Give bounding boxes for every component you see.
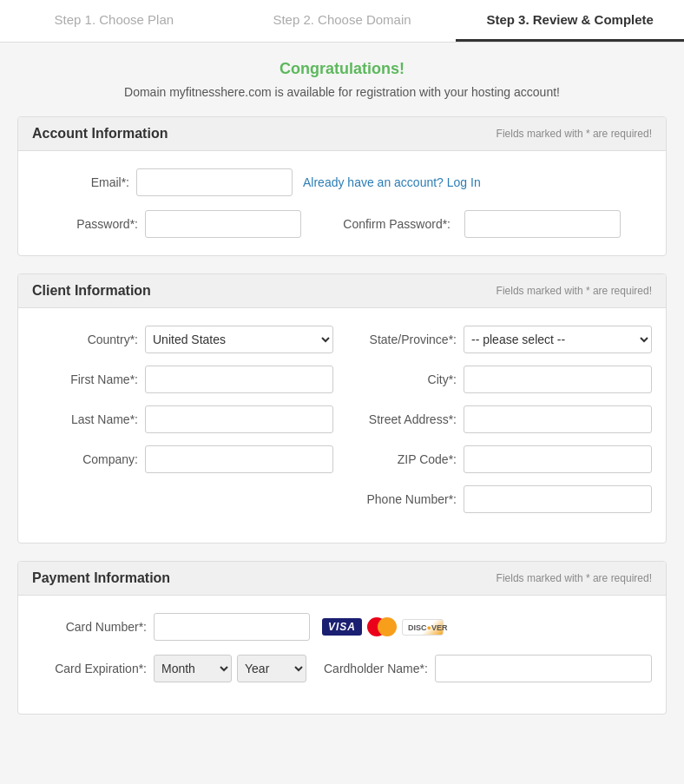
city-label: City*: <box>351 372 464 386</box>
steps-header: Step 1. Choose Plan Step 2. Choose Domai… <box>0 0 684 43</box>
step-2-label: Step 2. Choose Domain <box>273 12 411 27</box>
street-row: Street Address*: <box>351 405 652 433</box>
client-col-left: Country*: United States Canada United Ki… <box>32 326 342 525</box>
payment-section-header: Payment Information Fields marked with *… <box>18 562 666 596</box>
payment-section: Payment Information Fields marked with *… <box>17 561 667 715</box>
card-number-label: Card Number*: <box>32 620 154 634</box>
step-3[interactable]: Step 3. Review & Complete <box>456 0 684 42</box>
password-row: Password*: Confirm Password*: <box>32 210 652 238</box>
mastercard-icon <box>367 617 397 636</box>
zip-input[interactable] <box>464 445 652 473</box>
country-label: Country*: <box>32 333 145 346</box>
payment-required-note: Fields marked with * are required! <box>497 572 652 584</box>
step-1-label: Step 1. Choose Plan <box>55 12 174 27</box>
confirm-password-group: Confirm Password*: <box>319 210 621 238</box>
confirm-password-label: Confirm Password*: <box>319 217 457 231</box>
card-expiration-row: Card Expiration*: Month 01 - January 02 … <box>32 655 652 682</box>
step-2[interactable]: Step 2. Choose Domain <box>228 0 457 42</box>
card-icons: VISA DISC●VER <box>322 617 444 636</box>
visa-icon: VISA <box>322 618 362 636</box>
card-expiration-label: Card Expiration*: <box>32 662 154 675</box>
zip-row: ZIP Code*: <box>351 445 652 473</box>
account-section-body: Email*: Already have an account? Log In … <box>18 151 666 255</box>
year-select[interactable]: Year 2024 2025 2026 2027 2028 2029 <box>237 655 306 682</box>
cardholder-input[interactable] <box>435 655 652 682</box>
city-input[interactable] <box>464 366 652 393</box>
lastname-label: Last Name*: <box>32 412 145 426</box>
lastname-input[interactable] <box>145 405 333 433</box>
client-section: Client Information Fields marked with * … <box>17 273 667 544</box>
street-input[interactable] <box>464 405 652 433</box>
state-select[interactable]: -- please select -- Alabama Alaska Arizo… <box>464 326 652 353</box>
step-3-label: Step 3. Review & Complete <box>486 12 654 27</box>
phone-row: Phone Number*: <box>351 485 652 513</box>
congrats-text: Domain myfitnesshere.com is available fo… <box>17 85 667 99</box>
company-input[interactable] <box>145 445 333 473</box>
password-group: Password*: <box>32 210 301 238</box>
step-1[interactable]: Step 1. Choose Plan <box>0 0 228 42</box>
confirm-password-input[interactable] <box>464 210 621 238</box>
firstname-row: First Name*: <box>32 366 333 393</box>
street-label: Street Address*: <box>351 412 464 426</box>
email-row: Email*: Already have an account? Log In <box>32 168 652 196</box>
lastname-row: Last Name*: <box>32 405 333 433</box>
account-required-note: Fields marked with * are required! <box>497 128 652 140</box>
password-input[interactable] <box>145 210 301 238</box>
congrats-section: Congratulations! Domain myfitnesshere.co… <box>17 60 667 99</box>
discover-icon: DISC●VER <box>402 619 444 636</box>
city-row: City*: <box>351 366 652 393</box>
password-label: Password*: <box>32 217 145 231</box>
state-row: State/Province*: -- please select -- Ala… <box>351 326 652 353</box>
account-section: Account Information Fields marked with *… <box>17 116 667 256</box>
zip-label: ZIP Code*: <box>351 452 464 466</box>
account-section-title: Account Information <box>32 126 168 142</box>
account-section-header: Account Information Fields marked with *… <box>18 117 666 151</box>
mc-circle-right <box>378 617 397 636</box>
payment-section-body: Card Number*: VISA DISC●VER Card Expirat… <box>18 596 666 714</box>
login-link[interactable]: Already have an account? Log In <box>303 175 481 189</box>
client-col-right: State/Province*: -- please select -- Ala… <box>342 326 652 525</box>
firstname-input[interactable] <box>145 366 333 393</box>
country-select[interactable]: United States Canada United Kingdom Aust… <box>145 326 333 353</box>
phone-label: Phone Number*: <box>351 492 464 506</box>
client-section-body: Country*: United States Canada United Ki… <box>18 308 666 543</box>
client-form-grid: Country*: United States Canada United Ki… <box>32 326 652 525</box>
firstname-label: First Name*: <box>32 372 145 386</box>
email-label: Email*: <box>32 175 136 189</box>
card-number-input[interactable] <box>154 613 310 641</box>
email-input[interactable] <box>136 168 293 196</box>
client-required-note: Fields marked with * are required! <box>497 285 652 297</box>
card-number-row: Card Number*: VISA DISC●VER <box>32 613 652 641</box>
company-label: Company: <box>32 452 145 466</box>
client-section-header: Client Information Fields marked with * … <box>18 274 666 308</box>
expiry-group: Month 01 - January 02 - February 03 - Ma… <box>154 655 306 682</box>
cardholder-label: Cardholder Name*: <box>324 662 428 675</box>
payment-section-title: Payment Information <box>32 570 170 586</box>
client-section-title: Client Information <box>32 283 151 299</box>
month-select[interactable]: Month 01 - January 02 - February 03 - Ma… <box>154 655 232 682</box>
phone-input[interactable] <box>464 485 652 513</box>
cardholder-group: Cardholder Name*: <box>324 655 652 682</box>
state-label: State/Province*: <box>351 333 464 346</box>
company-row: Company: <box>32 445 333 473</box>
main-content: Congratulations! Domain myfitnesshere.co… <box>0 43 684 749</box>
congrats-title: Congratulations! <box>17 60 667 78</box>
country-row: Country*: United States Canada United Ki… <box>32 326 333 353</box>
